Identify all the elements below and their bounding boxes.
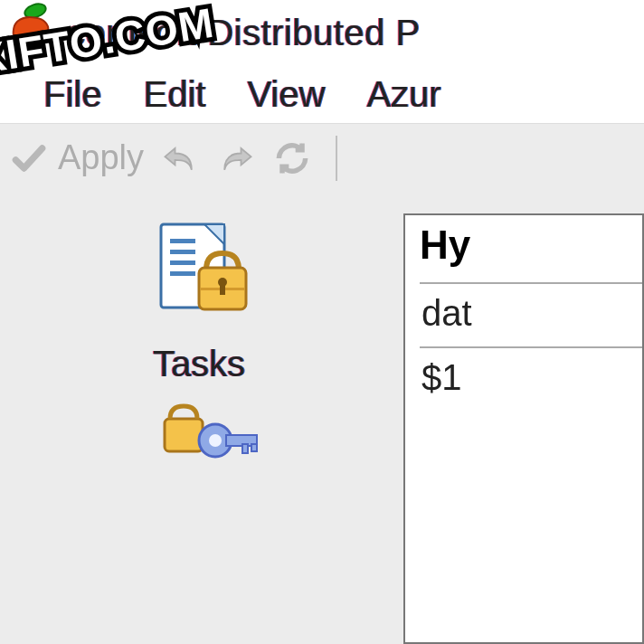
redo-icon: [216, 138, 256, 178]
svg-rect-15: [251, 444, 257, 451]
tasks-label: Tasks: [153, 344, 245, 384]
svg-rect-4: [170, 260, 195, 265]
undo-icon: [160, 138, 200, 178]
tasks-icon: [136, 212, 262, 338]
undo-button[interactable]: [160, 138, 200, 178]
svg-rect-3: [170, 250, 195, 254]
workarea: Tasks Hy dat $1: [0, 192, 644, 644]
refresh-button[interactable]: [272, 138, 312, 178]
toolbar: Apply: [0, 123, 644, 192]
apply-button[interactable]: Apply: [9, 138, 144, 178]
svg-rect-5: [170, 271, 195, 276]
svg-rect-2: [170, 239, 195, 243]
details-panel: Hy dat $1: [403, 213, 644, 644]
svg-rect-9: [220, 284, 225, 295]
redo-button[interactable]: [216, 138, 256, 178]
svg-rect-10: [165, 419, 203, 451]
panel-heading: Hy: [420, 223, 642, 268]
panel-row-2: $1: [420, 346, 642, 411]
svg-rect-14: [242, 444, 248, 453]
key-lock-icon: [136, 401, 262, 482]
refresh-icon: [272, 138, 312, 178]
sidebar-item-second[interactable]: [136, 401, 262, 482]
sidebar-item-tasks[interactable]: Tasks: [136, 212, 262, 384]
menu-azure[interactable]: Azur: [366, 74, 440, 115]
panel-row-1: dat: [420, 282, 642, 346]
menu-view[interactable]: View: [247, 74, 325, 115]
menu-edit[interactable]: Edit: [143, 74, 205, 115]
toolbar-divider: [336, 136, 337, 181]
right-panel: Hy dat $1: [398, 192, 644, 644]
check-icon: [9, 138, 49, 178]
sidebar: Tasks: [0, 192, 398, 644]
menu-file[interactable]: File: [43, 74, 101, 115]
svg-point-12: [209, 434, 222, 447]
menubar: File Edit View Azur: [0, 65, 644, 123]
apply-label: Apply: [58, 138, 144, 177]
